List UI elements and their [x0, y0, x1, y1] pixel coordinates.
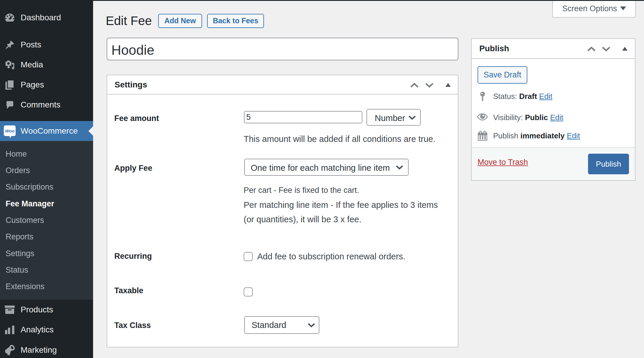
svg-text:Woo: Woo — [5, 128, 14, 133]
